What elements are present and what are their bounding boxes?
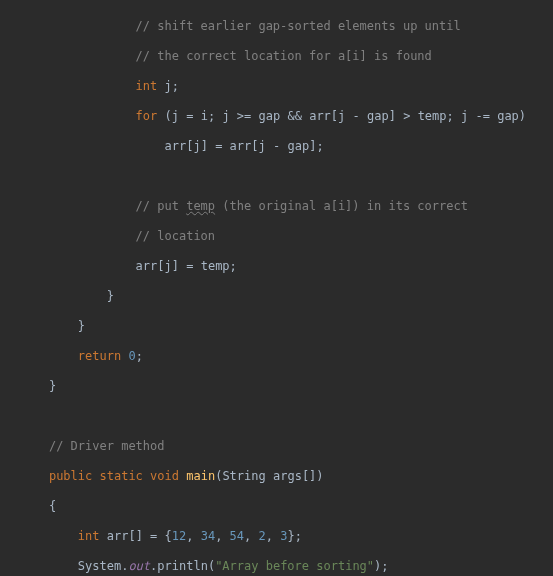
code-line: return 0; (20, 349, 553, 364)
comment: // Driver method (49, 439, 165, 453)
code-line: } (20, 319, 553, 334)
comment: // the correct location for a[i] is foun… (136, 49, 432, 63)
code-line: for (j = i; j >= gap && arr[j - gap] > t… (20, 109, 553, 124)
field-out: out (128, 559, 150, 573)
code-line (20, 169, 553, 184)
code-line: // location (20, 229, 553, 244)
comment: // location (136, 229, 215, 243)
code-line: // Driver method (20, 439, 553, 454)
comment: // shift earlier gap-sorted elements up … (136, 19, 461, 33)
code-line: arr[j] = temp; (20, 259, 553, 274)
code-editor[interactable]: // shift earlier gap-sorted elements up … (0, 0, 553, 576)
var-j: j (165, 79, 172, 93)
code-line: arr[j] = arr[j - gap]; (20, 139, 553, 154)
code-line: } (20, 289, 553, 304)
code-line: // shift earlier gap-sorted elements up … (20, 19, 553, 34)
code-line: public static void main(String args[]) (20, 469, 553, 484)
code-line: int j; (20, 79, 553, 94)
code-line: } (20, 379, 553, 394)
keyword-return: return (78, 349, 121, 363)
code-line: int arr[] = {12, 34, 54, 2, 3}; (20, 529, 553, 544)
code-line (20, 409, 553, 424)
keyword-int: int (136, 79, 158, 93)
keyword-for: for (136, 109, 158, 123)
code-line: // the correct location for a[i] is foun… (20, 49, 553, 64)
comment: // put temp (the original a[i]) in its c… (136, 199, 468, 213)
method-main: main (186, 469, 215, 483)
code-line: // put temp (the original a[i]) in its c… (20, 199, 553, 214)
warning-word: temp (186, 199, 215, 213)
code-line: { (20, 499, 553, 514)
string-literal: "Array before sorting" (215, 559, 374, 573)
code-line: System.out.println("Array before sorting… (20, 559, 553, 574)
